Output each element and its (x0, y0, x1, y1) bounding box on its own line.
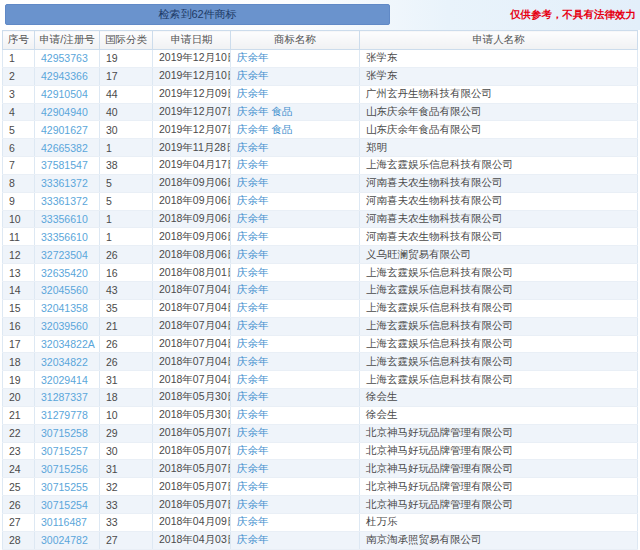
mark-name-link[interactable]: 庆余年 (237, 444, 269, 456)
mark-name-link[interactable]: 庆余年 (237, 319, 269, 331)
cell-seq: 6 (3, 139, 35, 157)
cell-applicant: 义乌旺澜贸易有限公司 (360, 246, 638, 264)
reg-no-link[interactable]: 31279778 (41, 409, 88, 421)
reg-no-link[interactable]: 30116487 (41, 516, 87, 528)
reg-no-link[interactable]: 32039560 (41, 320, 88, 332)
reg-no-link[interactable]: 42901627 (41, 124, 88, 136)
reg-no-link[interactable]: 33361372 (41, 195, 88, 207)
cell-mark-name: 庆余年 (231, 192, 360, 210)
cell-mark-name: 庆余年 (231, 157, 360, 175)
cell-applicant: 北京神马好玩品牌管理有限公司 (360, 424, 638, 442)
cell-applicant: 南京淘承照贸易有限公司 (360, 531, 638, 549)
reg-no-link[interactable]: 42953763 (41, 52, 88, 64)
mark-name-link[interactable]: 庆余年 (237, 266, 269, 278)
mark-name-link[interactable]: 庆余年 (237, 194, 269, 206)
cell-reg-no: 33356610 (35, 210, 100, 228)
mark-name-link[interactable]: 庆余年 (237, 355, 269, 367)
table-header: 序号 申请/注册号 国际分类 申请日期 商标名称 申请人名称 (3, 31, 638, 50)
reg-no-link[interactable]: 42665382 (41, 142, 88, 154)
mark-name-link[interactable]: 庆余年 食品 (237, 105, 292, 117)
mark-name-link[interactable]: 庆余年 (237, 69, 269, 81)
cell-app-date: 2018年05月07日 (153, 424, 231, 442)
mark-name-link[interactable]: 庆余年 (237, 51, 269, 63)
reg-no-link[interactable]: 32045560 (41, 284, 88, 296)
column-header-applicant: 申请人名称 (360, 31, 638, 50)
reg-no-link[interactable]: 32723504 (41, 249, 88, 261)
cell-intl-class: 33 (100, 496, 153, 514)
cell-applicant: 北京神马好玩品牌管理有限公司 (360, 460, 638, 478)
mark-name-link[interactable]: 庆余年 (237, 176, 269, 188)
cell-mark-name: 庆余年 (231, 264, 360, 282)
reg-no-link[interactable]: 33361372 (41, 177, 88, 189)
mark-name-link[interactable]: 庆余年 (237, 141, 269, 153)
cell-applicant: 北京神马好玩品牌管理有限公司 (360, 442, 638, 460)
cell-applicant: 上海玄霆娱乐信息科技有限公司 (360, 264, 638, 282)
cell-applicant: 河南喜夫农生物科技有限公司 (360, 210, 638, 228)
cell-intl-class: 18 (100, 389, 153, 407)
cell-applicant: 张学东 (360, 67, 638, 85)
mark-name-link[interactable]: 庆余年 (237, 462, 269, 474)
table-row: 17 32034822A 26 2018年07月04日 庆余年 上海玄霆娱乐信息… (3, 335, 638, 353)
reg-no-link[interactable]: 32041358 (41, 302, 88, 314)
reg-no-link[interactable]: 42904940 (41, 106, 88, 118)
cell-app-date: 2018年05月30日 (153, 406, 231, 424)
reg-no-link[interactable]: 32635420 (41, 267, 88, 279)
mark-name-link[interactable]: 庆余年 (237, 426, 269, 438)
mark-name-link[interactable]: 庆余年 (237, 158, 269, 170)
mark-name-link[interactable]: 庆余年 (237, 337, 269, 349)
mark-name-link[interactable]: 庆余年 (237, 480, 269, 492)
reg-no-link[interactable]: 33356610 (41, 213, 88, 225)
cell-seq: 8 (3, 174, 35, 192)
cell-mark-name: 庆余年 (231, 174, 360, 192)
cell-intl-class: 31 (100, 371, 153, 389)
cell-app-date: 2018年07月04日 (153, 281, 231, 299)
cell-mark-name: 庆余年 (231, 353, 360, 371)
mark-name-link[interactable]: 庆余年 (237, 301, 269, 313)
cell-mark-name: 庆余年 (231, 246, 360, 264)
results-table: 序号 申请/注册号 国际分类 申请日期 商标名称 申请人名称 1 4295376… (2, 30, 638, 550)
table-row: 23 30715257 30 2018年05月07日 庆余年 北京神马好玩品牌管… (3, 442, 638, 460)
mark-name-link[interactable]: 庆余年 (237, 373, 269, 385)
mark-name-link[interactable]: 庆余年 (237, 408, 269, 420)
cell-seq: 14 (3, 281, 35, 299)
reg-no-link[interactable]: 37581547 (41, 159, 88, 171)
table-row: 14 32045560 43 2018年07月04日 庆余年 上海玄霆娱乐信息科… (3, 281, 638, 299)
mark-name-link[interactable]: 庆余年 (237, 515, 269, 527)
reg-no-link[interactable]: 31287337 (41, 391, 88, 403)
reg-no-link[interactable]: 32029414 (41, 374, 88, 386)
reg-no-link[interactable]: 30715254 (41, 499, 88, 511)
reg-no-link[interactable]: 42943366 (41, 70, 88, 82)
cell-app-date: 2019年12月07日 (153, 121, 231, 139)
cell-seq: 2 (3, 67, 35, 85)
mark-name-link[interactable]: 庆余年 (237, 390, 269, 402)
reg-no-link[interactable]: 30715258 (41, 427, 88, 439)
table-row: 4 42904940 40 2019年12月07日 庆余年 食品 山东庆余年食品… (3, 103, 638, 121)
cell-app-date: 2018年05月07日 (153, 460, 231, 478)
table-row: 13 32635420 16 2018年08月01日 庆余年 上海玄霆娱乐信息科… (3, 264, 638, 282)
cell-mark-name: 庆余年 (231, 496, 360, 514)
mark-name-link[interactable]: 庆余年 (237, 87, 269, 99)
mark-name-link[interactable]: 庆余年 (237, 212, 269, 224)
cell-reg-no: 42943366 (35, 67, 100, 85)
cell-applicant: 广州玄丹生物科技有限公司 (360, 85, 638, 103)
mark-name-link[interactable]: 庆余年 (237, 533, 269, 545)
cell-mark-name: 庆余年 (231, 406, 360, 424)
table-row: 28 30024782 27 2018年04月03日 庆余年 南京淘承照贸易有限… (3, 531, 638, 549)
reg-no-link[interactable]: 33356610 (41, 231, 88, 243)
reg-no-link[interactable]: 32034822 (41, 356, 88, 368)
reg-no-link[interactable]: 30715257 (41, 445, 88, 457)
cell-mark-name: 庆余年 (231, 460, 360, 478)
cell-seq: 25 (3, 478, 35, 496)
reg-no-link[interactable]: 30715255 (41, 481, 88, 493)
reg-no-link[interactable]: 30715256 (41, 463, 88, 475)
mark-name-link[interactable]: 庆余年 食品 (237, 123, 292, 135)
reg-no-link[interactable]: 42910504 (41, 88, 88, 100)
reg-no-link[interactable]: 30024782 (41, 534, 88, 546)
mark-name-link[interactable]: 庆余年 (237, 283, 269, 295)
mark-name-link[interactable]: 庆余年 (237, 248, 269, 260)
reg-no-link[interactable]: 32034822A (41, 338, 95, 350)
mark-name-link[interactable]: 庆余年 (237, 498, 269, 510)
cell-applicant: 上海玄霆娱乐信息科技有限公司 (360, 157, 638, 175)
result-count-button[interactable]: 检索到62件商标 (5, 4, 390, 25)
mark-name-link[interactable]: 庆余年 (237, 230, 269, 242)
